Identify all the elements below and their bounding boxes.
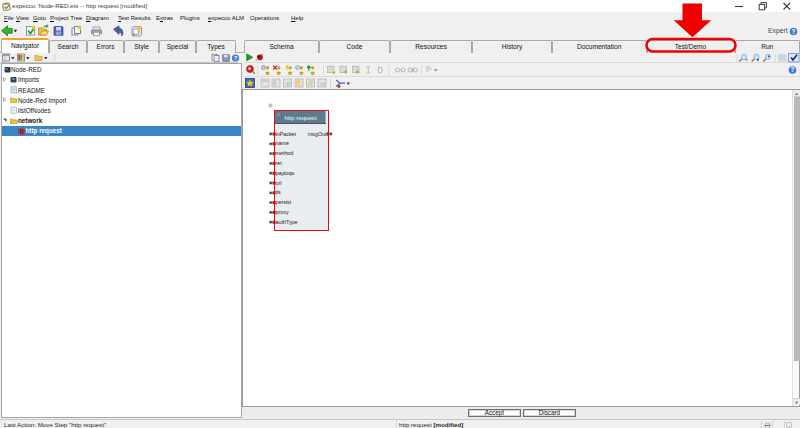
svg-text:?: ? — [234, 55, 238, 61]
svg-text:?: ? — [791, 66, 795, 73]
svg-text:?: ? — [792, 27, 796, 34]
